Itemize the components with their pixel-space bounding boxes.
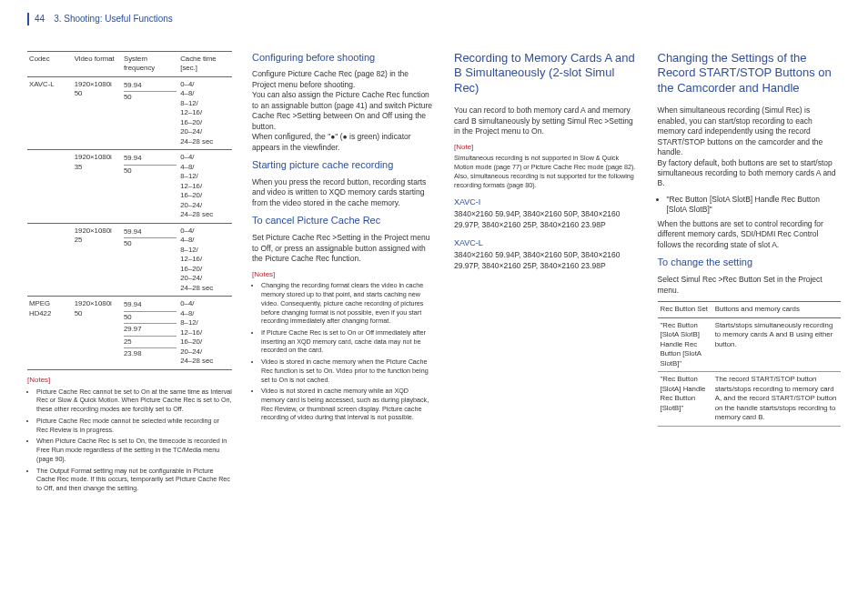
heading-xavcl: XAVC-L [454, 237, 638, 248]
rec-button-table: Rec Button Set Buttons and memory cards … [658, 301, 842, 427]
table-cell: XAVC-L [27, 76, 73, 150]
codec-table: Codec Video format System frequency Cach… [27, 51, 232, 370]
list-item: If Picture Cache Rec is set to On or Off… [261, 328, 434, 355]
column-2: Configuring before shooting Configure Pi… [252, 51, 434, 497]
page-number: 44 [35, 13, 45, 25]
column-3: Recording to Memory Cards A and B Simult… [454, 51, 638, 497]
table-cell: 0–4/ 4–8/ 8–12/ 12–16/ 16–20/ 20–24/ 24–… [178, 223, 232, 297]
table-cell: MPEG HD422 [27, 297, 73, 370]
text: When simultaneous recording (Simul Rec) … [658, 106, 842, 189]
text: 3840×2160 59.94P, 3840×2160 50P, 3840×21… [454, 250, 638, 271]
table-cell: 0–4/ 4–8/ 8–12/ 12–16/ 16–20/ 20–24/ 24–… [178, 150, 232, 224]
column-1: Codec Video format System frequency Cach… [27, 51, 232, 497]
th-buttons: Buttons and memory cards [712, 302, 841, 318]
heading-cancel: To cancel Picture Cache Rec [252, 214, 434, 227]
list-item: Picture Cache Rec cannot be set to On at… [36, 388, 232, 414]
table-cell [27, 223, 73, 297]
breadcrumb: 3. Shooting: Useful Functions [54, 13, 173, 25]
text: Set Picture Cache Rec >Setting in the Pr… [252, 233, 434, 264]
list-item: Picture Cache Rec mode cannot be selecte… [36, 417, 232, 434]
heading-xavci: XAVC-I [454, 196, 638, 207]
table-cell: Starts/stops simultaneously recording to… [712, 317, 841, 372]
bullet-list: "Rec Button [SlotA SlotB] Handle Rec But… [658, 195, 842, 216]
text: Select Simul Rec >Rec Button Set in the … [658, 275, 842, 296]
section-title: Recording to Memory Cards A and B Simult… [454, 51, 638, 97]
section-title: Changing the Settings of the Record STAR… [658, 51, 842, 97]
th-video: Video format [73, 51, 122, 76]
table-cell: 0–4/ 4–8/ 8–12/ 12–16/ 16–20/ 20–24/ 24–… [178, 297, 232, 370]
page-header: 44 3. Shooting: Useful Functions [27, 13, 841, 25]
notes-list: Picture Cache Rec cannot be set to On at… [27, 388, 232, 493]
list-item: When Picture Cache Rec is set to On, the… [36, 437, 232, 463]
list-item: "Rec Button [SlotA SlotB] Handle Rec But… [667, 195, 842, 216]
text: You can record to both memory card A and… [454, 106, 638, 136]
text: 3840×2160 59.94P, 3840×2160 50P, 3840×21… [454, 209, 638, 230]
table-cell: 59.9450 [122, 223, 178, 297]
notes-list: Changing the recording format clears the… [252, 281, 434, 422]
heading-start: Starting picture cache recording [252, 158, 434, 172]
note-label: [Note] [454, 143, 638, 153]
text: Configure Picture Cache Rec (page 82) in… [252, 69, 434, 153]
notes-label: [Notes] [252, 270, 434, 280]
text: When the buttons are set to control reco… [658, 219, 842, 250]
table-cell: 1920×1080i 35 [73, 150, 122, 224]
table-cell: The record START/STOP button starts/stop… [712, 372, 841, 427]
th-set: Rec Button Set [658, 302, 712, 318]
list-item: Changing the recording format clears the… [261, 281, 434, 326]
list-item: Video is stored in cache memory when the… [261, 357, 434, 384]
table-cell: 1920×1080i 50 [73, 297, 122, 370]
table-cell: "Rec Button [SlotA SlotB] Handle Rec But… [658, 317, 712, 372]
heading-config: Configuring before shooting [252, 51, 434, 65]
th-cache: Cache time [sec.] [178, 51, 232, 76]
column-4: Changing the Settings of the Record STAR… [658, 51, 842, 497]
table-cell: "Rec Button [SlotA] Handle Rec Button [S… [658, 372, 712, 427]
th-freq: System frequency [122, 51, 178, 76]
note-text: Simultaneous recording is not supported … [454, 154, 638, 189]
list-item: The Output Format setting may not be con… [36, 467, 232, 493]
text: When you press the record button, record… [252, 177, 434, 208]
heading-change: To change the setting [658, 256, 842, 269]
th-codec: Codec [27, 51, 73, 76]
table-cell: 1920×1080i 25 [73, 223, 122, 297]
table-cell: 1920×1080i 50 [73, 76, 122, 150]
table-cell: 59.9450 [122, 76, 178, 150]
table-cell: 59.9450 [122, 150, 178, 224]
table-cell: 59.945029.972523.98 [122, 297, 178, 370]
list-item: Video is not stored in cache memory whil… [261, 387, 434, 422]
table-cell: 0–4/ 4–8/ 8–12/ 12–16/ 16–20/ 20–24/ 24–… [178, 76, 232, 150]
notes-label: [Notes] [27, 376, 232, 386]
table-cell [27, 150, 73, 224]
